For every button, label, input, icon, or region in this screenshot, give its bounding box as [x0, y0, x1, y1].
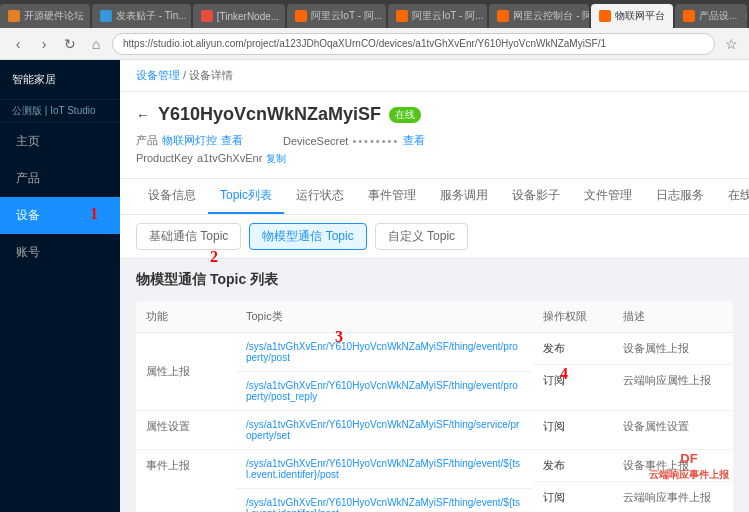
copy-product-key-button[interactable]: 复制	[266, 152, 286, 166]
topic-path-1a[interactable]: /sys/a1tvGhXvEnr/Y610HyoVcnWkNZaMyiSF/th…	[236, 333, 533, 371]
desc-3a: 设备事件上报	[613, 450, 733, 481]
device-meta-row: 产品 物联网灯控 查看 DeviceSecret •••••••• 查看	[136, 133, 733, 148]
device-name: Y610HyoVcnWkNZaMyiSF	[158, 104, 381, 125]
tab-service-call[interactable]: 服务调用	[428, 179, 500, 214]
topic-content: 物模型通信 Topic 列表 功能 Topic类 操作权限 描述 属性上报	[120, 259, 749, 512]
tab-aliyun2[interactable]: 阿里云IoT - 阿... ×	[388, 4, 487, 28]
home-button[interactable]: ⌂	[86, 34, 106, 54]
perm-1a: 发布	[533, 333, 613, 364]
table-header: 功能 Topic类 操作权限 描述	[136, 301, 733, 333]
device-header: ← Y610HyoVcnWkNZaMyiSF 在线 产品 物联网灯控 查看 De…	[120, 92, 749, 179]
sidebar-item-device[interactable]: 设备	[0, 197, 120, 234]
col-header-func: 功能	[136, 301, 236, 332]
sub-tab-basic[interactable]: 基础通信 Topic	[136, 223, 241, 250]
sidebar-logo: 智能家居	[0, 60, 120, 100]
forward-button[interactable]: ›	[34, 34, 54, 54]
desc-2a: 设备属性设置	[613, 411, 733, 449]
tab-log-service[interactable]: 日志服务	[644, 179, 716, 214]
col-header-perm: 操作权限	[533, 301, 613, 332]
online-status-badge: 在线	[389, 107, 421, 123]
table-row-group-2: 属性设置 /sys/a1tvGhXvEnr/Y610HyoVcnWkNZaMyi…	[136, 411, 733, 450]
func-cell-1: 属性上报	[136, 333, 236, 410]
table-row: 属性设置 /sys/a1tvGhXvEnr/Y610HyoVcnWkNZaMyi…	[136, 411, 733, 449]
perm-3b: 订阅	[533, 481, 613, 512]
topic-path-2a[interactable]: /sys/a1tvGhXvEnr/Y610HyoVcnWkNZaMyiSF/th…	[236, 411, 533, 449]
tab-run-status[interactable]: 运行状态	[284, 179, 356, 214]
sub-tab-custom[interactable]: 自定义 Topic	[375, 223, 468, 250]
nav-bar: ‹ › ↻ ⌂ https://studio.iot.aliyun.com/pr…	[0, 28, 749, 60]
perm-2a: 订阅	[533, 411, 613, 449]
tab-device-info[interactable]: 设备信息	[136, 179, 208, 214]
tab-kaiyuan[interactable]: 开源硬件论坛 ×	[0, 4, 90, 28]
section-title: 物模型通信 Topic 列表	[136, 271, 733, 289]
sidebar-item-home[interactable]: 主页	[0, 123, 120, 160]
tab-device-shadow[interactable]: 设备影子	[500, 179, 572, 214]
bookmark-button[interactable]: ☆	[721, 34, 741, 54]
device-secret-value: ••••••••	[352, 135, 399, 147]
tab-topic-list[interactable]: Topic列表	[208, 179, 284, 214]
desc-1b: 云端响应属性上报	[613, 364, 733, 396]
tab-file-mgmt[interactable]: 文件管理	[572, 179, 644, 214]
tab-online-debug[interactable]: 在线调试	[716, 179, 749, 214]
func-cell-3: 事件上报	[136, 450, 236, 512]
device-secret-view-link[interactable]: 查看	[403, 133, 425, 148]
topic-table: 功能 Topic类 操作权限 描述 属性上报 /sys/a1tvGhXvEnr/…	[136, 301, 733, 512]
sidebar: 智能家居 公测版 | IoT Studio 主页 产品 设备 账号	[0, 60, 120, 512]
sub-tab-model[interactable]: 物模型通信 Topic	[249, 223, 366, 250]
tab-fabiao[interactable]: 发表贴子 - Tin... ×	[92, 4, 191, 28]
topic-path-3b[interactable]: /sys/a1tvGhXvEnr/Y610HyoVcnWkNZaMyiSF/th…	[236, 488, 533, 512]
table-row-group-3: 事件上报 /sys/a1tvGhXvEnr/Y610HyoVcnWkNZaMyi…	[136, 450, 733, 512]
back-to-list-button[interactable]: ←	[136, 107, 150, 123]
product-key-value: a1tvGhXvEnr	[197, 152, 262, 166]
tab-wulianwang[interactable]: 物联网平台 ×	[591, 4, 673, 28]
main-content: 设备管理 / 设备详情 ← Y610HyoVcnWkNZaMyiSF 在线 产品…	[120, 60, 749, 512]
sub-tabs: 基础通信 Topic 物模型通信 Topic 自定义 Topic	[120, 215, 749, 259]
reload-button[interactable]: ↻	[60, 34, 80, 54]
sidebar-sub-title: 公测版 | IoT Studio	[0, 100, 120, 123]
tab-close-icon[interactable]: ×	[745, 11, 747, 21]
tab-aliyun1[interactable]: 阿里云IoT - 阿... ×	[287, 4, 386, 28]
address-bar[interactable]: https://studio.iot.aliyun.com/project/a1…	[112, 33, 715, 55]
desc-1a: 设备属性上报	[613, 333, 733, 364]
breadcrumb: 设备管理 / 设备详情	[120, 60, 749, 92]
func-cell-2: 属性设置	[136, 411, 236, 449]
desc-3b: 云端响应事件上报	[613, 481, 733, 512]
product-view-link[interactable]: 查看	[221, 133, 243, 148]
product-value: 物联网灯控	[162, 133, 217, 148]
device-title-row: ← Y610HyoVcnWkNZaMyiSF 在线	[136, 104, 733, 125]
perm-1b: 订阅	[533, 364, 613, 396]
product-key-row: ProductKey a1tvGhXvEnr 复制	[136, 152, 733, 166]
breadcrumb-current: 设备详情	[189, 69, 233, 81]
sidebar-item-account[interactable]: 账号	[0, 234, 120, 271]
tab-bar: 开源硬件论坛 × 发表贴子 - Tin... × [TinkerNode... …	[0, 0, 749, 28]
breadcrumb-parent[interactable]: 设备管理	[136, 69, 180, 81]
perm-3a: 发布	[533, 450, 613, 481]
table-row: 事件上报 /sys/a1tvGhXvEnr/Y610HyoVcnWkNZaMyi…	[136, 450, 733, 512]
back-button[interactable]: ‹	[8, 34, 28, 54]
topic-path-3a[interactable]: /sys/a1tvGhXvEnr/Y610HyoVcnWkNZaMyiSF/th…	[236, 450, 533, 488]
table-row-group-1: 属性上报 /sys/a1tvGhXvEnr/Y610HyoVcnWkNZaMyi…	[136, 333, 733, 411]
col-header-topic: Topic类	[236, 301, 533, 332]
sidebar-item-product[interactable]: 产品	[0, 160, 120, 197]
tab-event-mgmt[interactable]: 事件管理	[356, 179, 428, 214]
tab-aliyun3[interactable]: 网里云控制台 - 阿... ×	[489, 4, 589, 28]
device-secret-meta: DeviceSecret •••••••• 查看	[283, 133, 425, 148]
table-row: 属性上报 /sys/a1tvGhXvEnr/Y610HyoVcnWkNZaMyi…	[136, 333, 733, 410]
product-meta: 产品 物联网灯控 查看	[136, 133, 243, 148]
tab-tinker[interactable]: [TinkerNode... ×	[193, 4, 285, 28]
tab-chanpin[interactable]: 产品设... ×	[675, 4, 747, 28]
main-tabs: 设备信息 Topic列表 运行状态 事件管理 服务调用 设备影子 文件管理 日志…	[120, 179, 749, 215]
topic-path-1b[interactable]: /sys/a1tvGhXvEnr/Y610HyoVcnWkNZaMyiSF/th…	[236, 371, 533, 410]
col-header-desc: 描述	[613, 301, 733, 332]
